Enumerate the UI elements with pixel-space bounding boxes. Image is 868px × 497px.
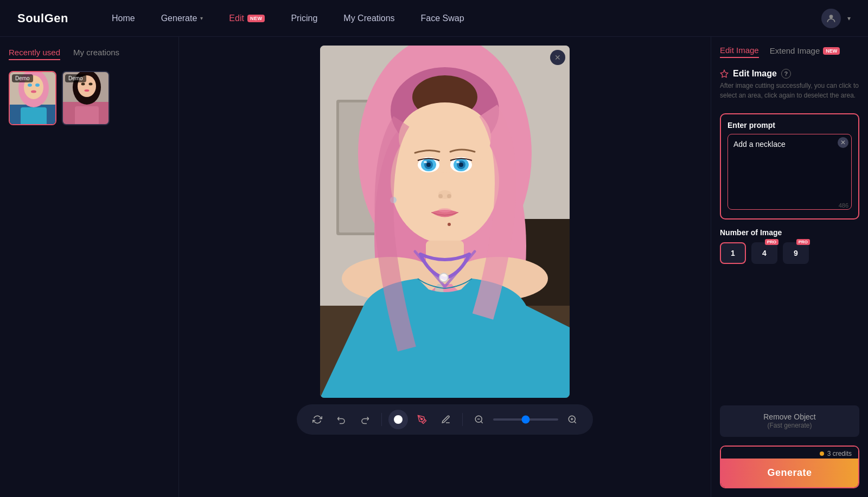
svg-point-44 (438, 194, 443, 198)
separator-1 (381, 413, 382, 426)
svg-point-51 (439, 273, 448, 282)
main-content: Recently used My creations (0, 37, 868, 497)
nav-pricing[interactable]: Pricing (291, 14, 317, 23)
image-count-options: 1 4 PRO 9 PRO (720, 242, 859, 264)
credits-bar: 3 credits (721, 447, 858, 459)
pen-tool-button[interactable] (436, 410, 456, 429)
paint-brush-button[interactable] (412, 410, 432, 429)
center-area: ✕ (179, 37, 711, 497)
zoom-in-button[interactable] (563, 410, 582, 429)
svg-point-7 (28, 83, 32, 87)
count-option-4[interactable]: 4 PRO (751, 242, 777, 264)
canvas-toolbar (297, 404, 593, 435)
credits-label: 3 credits (827, 450, 852, 457)
left-sidebar: Recently used My creations (0, 37, 179, 497)
prompt-textarea[interactable]: Add a necklace (727, 134, 852, 210)
credits-dot (820, 451, 824, 456)
tab-my-creations[interactable]: My creations (73, 48, 119, 60)
svg-point-0 (829, 15, 833, 18)
nav-edit[interactable]: Edit NEW (229, 14, 265, 23)
svg-point-16 (81, 83, 85, 86)
count-option-1[interactable]: 1 (720, 242, 746, 264)
zoom-slider[interactable] (493, 418, 558, 421)
edit-image-section: Edit Image ? After image cutting success… (720, 69, 859, 105)
svg-line-57 (574, 421, 576, 423)
redo-button[interactable] (355, 410, 375, 429)
close-image-button[interactable]: ✕ (550, 50, 565, 65)
app-logo[interactable]: SoulGen (17, 11, 68, 25)
svg-rect-15 (75, 106, 99, 125)
panel-tabs: Edit Image Extend Image NEW (720, 46, 859, 58)
avatar-dropdown[interactable]: ▾ (847, 15, 851, 22)
number-of-image-section: Number of Image 1 4 PRO 9 PRO (720, 228, 859, 264)
svg-rect-6 (21, 107, 47, 125)
count9-pro-badge: PRO (796, 239, 810, 245)
rotate-button[interactable] (308, 410, 327, 429)
edit-new-badge: NEW (247, 15, 265, 22)
svg-line-54 (481, 421, 482, 423)
undo-button[interactable] (331, 410, 351, 429)
right-panel: Edit Image Extend Image NEW Edit Image ?… (711, 37, 868, 497)
extend-new-badge: NEW (823, 47, 840, 55)
svg-point-8 (35, 83, 40, 87)
user-avatar[interactable] (821, 9, 841, 28)
navbar: SoulGen Home Generate ▾ Edit NEW Pricing… (0, 0, 868, 37)
thumbnail-2[interactable]: Demo (62, 71, 110, 125)
svg-point-52 (421, 418, 423, 420)
generate-section: 3 credits Generate (720, 446, 859, 488)
generate-dropdown-arrow: ▾ (200, 15, 203, 21)
sidebar-tabs: Recently used My creations (9, 48, 170, 60)
svg-point-47 (448, 223, 451, 226)
nav-my-creations[interactable]: My Creations (343, 14, 394, 23)
brush-circle-button[interactable] (388, 410, 408, 429)
edit-description: After image cutting successfully, you ca… (720, 81, 859, 100)
tab-edit-image[interactable]: Edit Image (720, 46, 759, 58)
tab-extend-image[interactable]: Extend Image NEW (770, 46, 840, 58)
nav-face-swap[interactable]: Face Swap (421, 14, 464, 23)
svg-point-17 (89, 83, 93, 86)
tab-recently-used[interactable]: Recently used (9, 48, 60, 60)
image-container: ✕ (320, 46, 570, 398)
prompt-counter: 486 (839, 202, 848, 209)
nav-generate[interactable]: Generate ▾ (161, 14, 203, 23)
svg-point-45 (447, 194, 451, 198)
svg-point-36 (424, 161, 427, 163)
svg-point-41 (456, 161, 459, 163)
svg-point-9 (31, 91, 36, 93)
brush-dot (394, 415, 403, 424)
help-icon[interactable]: ? (781, 69, 791, 79)
svg-point-46 (438, 208, 451, 212)
prompt-clear-button[interactable]: ✕ (838, 137, 848, 148)
section-title: Edit Image ? (720, 69, 859, 79)
prompt-label: Enter prompt (727, 121, 852, 130)
main-portrait (320, 46, 570, 398)
separator-2 (462, 413, 463, 426)
generate-button[interactable]: Generate (721, 459, 858, 487)
num-images-label: Number of Image (720, 228, 859, 237)
spacer (720, 273, 859, 397)
zoom-out-button[interactable] (469, 410, 489, 429)
nav-links: Home Generate ▾ Edit NEW Pricing My Crea… (112, 14, 821, 23)
prompt-section: Enter prompt Add a necklace ✕ 486 (720, 113, 859, 220)
nav-home[interactable]: Home (112, 14, 135, 23)
nav-right: ▾ (821, 9, 851, 28)
svg-point-31 (399, 102, 491, 173)
thumbnails: Demo (9, 71, 170, 125)
svg-point-40 (459, 163, 463, 167)
remove-object-button[interactable]: Remove Object (Fast generate) (720, 405, 859, 437)
svg-point-35 (426, 163, 431, 167)
thumb1-demo-badge: Demo (12, 74, 33, 82)
pin-icon (720, 69, 729, 78)
thumb2-demo-badge: Demo (65, 74, 86, 82)
thumbnail-1[interactable]: Demo (9, 71, 56, 125)
count4-pro-badge: PRO (765, 239, 778, 245)
count-option-9[interactable]: 9 PRO (783, 242, 809, 264)
svg-point-18 (85, 89, 90, 92)
